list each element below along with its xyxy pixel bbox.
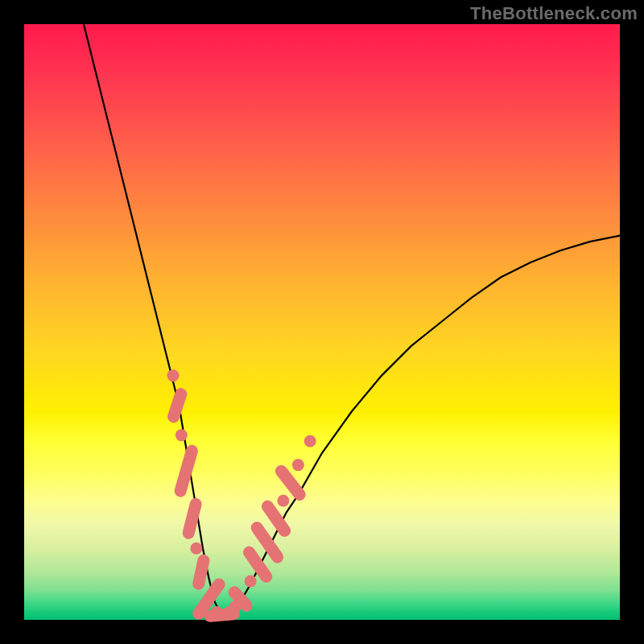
marker-capsule bbox=[257, 528, 277, 557]
marker-capsule bbox=[188, 504, 196, 533]
marker-dot bbox=[167, 369, 180, 382]
watermark-text: TheBottleneck.com bbox=[470, 3, 638, 24]
marker-dot bbox=[175, 429, 188, 441]
bottleneck-curve bbox=[84, 24, 620, 616]
marker-capsule bbox=[281, 471, 299, 494]
marker-dot bbox=[304, 436, 316, 448]
marker-capsule bbox=[180, 451, 192, 491]
marker-dot bbox=[190, 543, 202, 555]
curve-markers bbox=[167, 369, 316, 619]
marker-capsule bbox=[199, 560, 204, 584]
marker-dot bbox=[277, 495, 289, 507]
chart-svg bbox=[24, 24, 620, 620]
marker-capsule bbox=[174, 394, 181, 417]
marker-dot bbox=[292, 459, 304, 471]
marker-dot bbox=[245, 575, 257, 587]
marker-capsule bbox=[267, 506, 284, 530]
